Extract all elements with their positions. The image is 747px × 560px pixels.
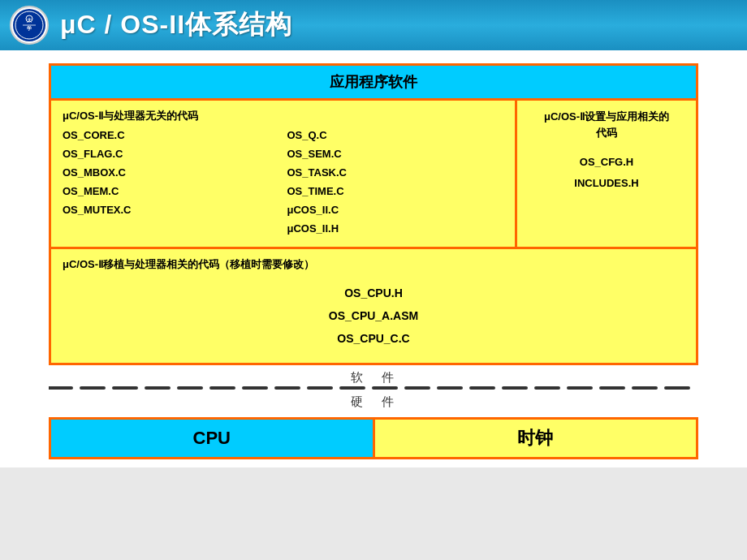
- file-os-mutex-c: OS_MUTEX.C: [63, 201, 279, 219]
- file-os-cpu-h: OS_CPU.H: [63, 282, 684, 304]
- architecture-box: 应用程序软件 μC/OS-Ⅱ与处理器无关的代码 OS_CORE.C OS_Q.C…: [49, 63, 698, 365]
- right-col: μC/OS-Ⅱ设置与应用相关的代码 OS_CFG.H INCLUDES.H: [517, 101, 696, 247]
- right-col-title: μC/OS-Ⅱ设置与应用相关的代码: [529, 109, 684, 140]
- software-label: 软 件: [49, 370, 698, 386]
- page-title: μC / OS-II体系结构: [60, 7, 292, 43]
- file-os-cpu-c-c: OS_CPU_C.C: [63, 327, 684, 350]
- file-os-q-c: OS_Q.C: [287, 127, 504, 144]
- cpu-box: CPU: [51, 420, 375, 457]
- file-os-mem-c: OS_MEM.C: [63, 183, 279, 200]
- file-ucos-ii-c: μCOS_II.C: [287, 201, 504, 219]
- file-os-task-c: OS_TASK.C: [287, 164, 504, 182]
- dashed-line: [49, 386, 698, 390]
- file-includes-h: INCLUDES.H: [529, 173, 684, 194]
- hw-row: CPU 时钟: [49, 417, 698, 459]
- bottom-title: μC/OS-Ⅱ移植与处理器相关的代码（移植时需要修改）: [63, 257, 684, 272]
- file-os-cpu-a-asm: OS_CPU_A.ASM: [63, 304, 684, 327]
- file-os-core-c: OS_CORE.C: [63, 127, 279, 144]
- file-empty: [63, 220, 279, 238]
- svg-text:学: 学: [27, 25, 32, 31]
- bottom-files: OS_CPU.H OS_CPU_A.ASM OS_CPU_C.C: [63, 277, 684, 355]
- left-col-title: μC/OS-Ⅱ与处理器无关的代码: [63, 109, 503, 123]
- bottom-section: μC/OS-Ⅱ移植与处理器相关的代码（移植时需要修改） OS_CPU.H OS_…: [51, 249, 696, 363]
- file-os-time-c: OS_TIME.C: [287, 183, 504, 200]
- header: 大 学 μC / OS-II体系结构: [0, 0, 747, 50]
- file-os-flag-c: OS_FLAG.C: [63, 145, 279, 163]
- app-software-header: 应用程序软件: [51, 66, 696, 101]
- file-ucos-ii-h: μCOS_II.H: [287, 220, 504, 238]
- logo: 大 学: [10, 6, 49, 45]
- file-os-cfg-h: OS_CFG.H: [529, 152, 684, 173]
- sw-hw-divider-area: 软 件 硬 件: [49, 365, 698, 417]
- left-col-files: OS_CORE.C OS_Q.C OS_FLAG.C OS_SEM.C OS_M…: [63, 127, 503, 239]
- file-os-sem-c: OS_SEM.C: [287, 145, 504, 163]
- logo-inner: 大 学: [13, 9, 45, 41]
- left-col: μC/OS-Ⅱ与处理器无关的代码 OS_CORE.C OS_Q.C OS_FLA…: [51, 101, 517, 247]
- main-content: 应用程序软件 μC/OS-Ⅱ与处理器无关的代码 OS_CORE.C OS_Q.C…: [0, 50, 747, 467]
- clock-box: 时钟: [375, 420, 697, 457]
- hardware-label: 硬 件: [49, 394, 698, 410]
- middle-row: μC/OS-Ⅱ与处理器无关的代码 OS_CORE.C OS_Q.C OS_FLA…: [51, 101, 696, 249]
- right-col-files: OS_CFG.H INCLUDES.H: [529, 152, 684, 194]
- file-os-mbox-c: OS_MBOX.C: [63, 164, 279, 182]
